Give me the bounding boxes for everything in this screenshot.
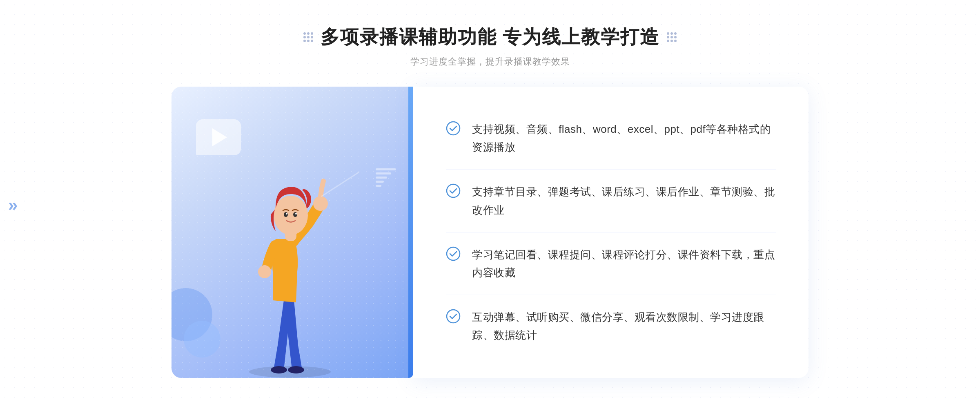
features-panel: 支持视频、音频、flash、word、excel、ppt、pdf等各种格式的资源… [413,87,808,378]
svg-point-9 [286,213,287,215]
blue-side-bar [408,87,413,378]
main-title: 多项录播课辅助功能 专为线上教学打造 [321,25,660,50]
person-illustration [220,149,359,378]
svg-point-4 [258,265,271,278]
svg-point-12 [447,184,460,197]
page-container: » 多项录播课辅助功能 专为线上教学打造 [0,0,980,398]
deco-circle-small [184,321,220,358]
feature-text-2: 支持章节目录、弹题考试、课后练习、课后作业、章节测验、批改作业 [472,183,776,219]
sub-title: 学习进度全掌握，提升录播课教学效果 [303,56,677,68]
feature-text-1: 支持视频、音频、flash、word、excel、ppt、pdf等各种格式的资源… [472,120,776,156]
feature-item-1: 支持视频、音频、flash、word、excel、ppt、pdf等各种格式的资源… [446,107,776,170]
header-section: 多项录播课辅助功能 专为线上教学打造 学习进度全掌握，提升录播课教学效果 [303,25,677,68]
check-icon-3 [446,246,461,261]
svg-point-10 [295,213,297,215]
left-chevrons: » [8,195,18,215]
check-icon-1 [446,121,461,136]
play-icon [212,128,227,146]
svg-point-13 [447,247,460,260]
deco-stripes [376,168,396,187]
feature-item-2: 支持章节目录、弹题考试、课后练习、课后作业、章节测验、批改作业 [446,170,776,232]
check-icon-2 [446,183,461,198]
stripe-5 [376,185,381,187]
svg-point-1 [271,366,287,373]
feature-text-4: 互动弹幕、试听购买、微信分享、观看次数限制、学习进度跟踪、数据统计 [472,308,776,344]
feature-text-3: 学习笔记回看、课程提问、课程评论打分、课件资料下载，重点内容收藏 [472,246,776,282]
stripe-3 [376,177,387,179]
illustration-panel [172,87,408,378]
header-title-row: 多项录播课辅助功能 专为线上教学打造 [303,25,677,50]
svg-point-6 [274,196,308,235]
feature-item-4: 互动弹幕、试听购买、微信分享、观看次数限制、学习进度跟踪、数据统计 [446,295,776,357]
main-content: 支持视频、音频、flash、word、excel、ppt、pdf等各种格式的资源… [172,87,808,378]
chevron-double-icon: » [8,195,18,215]
svg-point-2 [288,366,304,373]
title-dots-right [667,32,677,42]
stripe-2 [376,172,391,174]
title-dots-left [303,32,313,42]
stripe-1 [376,168,396,170]
svg-point-11 [447,122,460,135]
svg-point-7 [284,212,288,217]
svg-point-8 [293,212,297,217]
check-icon-4 [446,309,461,324]
svg-point-14 [447,310,460,323]
dot-grid-left [303,32,313,42]
feature-item-3: 学习笔记回看、课程提问、课程评论打分、课件资料下载，重点内容收藏 [446,233,776,295]
stripe-4 [376,181,384,183]
content-wrapper: 多项录播课辅助功能 专为线上教学打造 学习进度全掌握，提升录播课教学效果 [0,25,980,378]
features-panel-wrapper: 支持视频、音频、flash、word、excel、ppt、pdf等各种格式的资源… [408,87,808,378]
dot-grid-right [667,32,677,42]
